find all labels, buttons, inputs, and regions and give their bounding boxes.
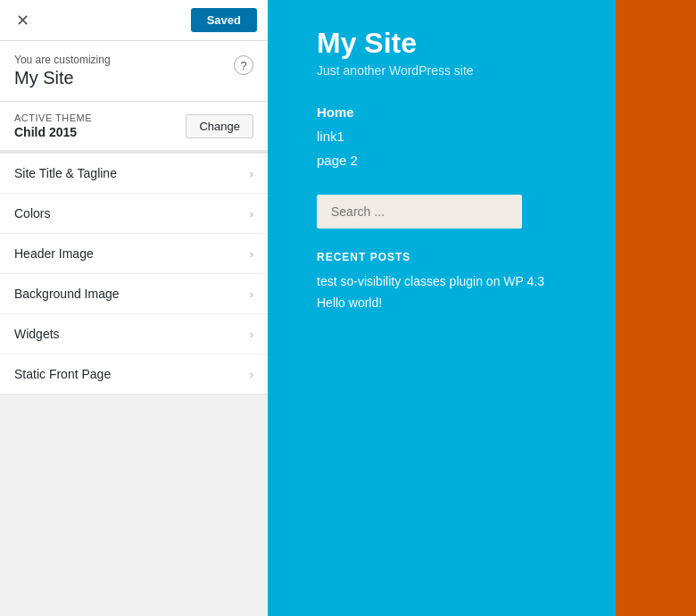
nav-item-page-2[interactable]: page 2 bbox=[317, 153, 660, 168]
menu-item-static-front-page[interactable]: Static Front Page› bbox=[0, 354, 268, 394]
customizer-menu: Site Title & Tagline›Colors›Header Image… bbox=[0, 154, 268, 395]
customizing-label: You are customizing bbox=[14, 54, 111, 66]
menu-item-widgets[interactable]: Widgets› bbox=[0, 314, 268, 354]
menu-item-header-image[interactable]: Header Image› bbox=[0, 234, 268, 274]
search-input[interactable] bbox=[317, 195, 522, 229]
menu-item-site-title-&-tagline[interactable]: Site Title & Tagline› bbox=[0, 154, 268, 194]
chevron-icon: › bbox=[250, 207, 253, 221]
menu-item-colors[interactable]: Colors› bbox=[0, 194, 268, 234]
chevron-icon: › bbox=[250, 247, 253, 261]
preview-content: My Site Just another WordPress site Home… bbox=[268, 0, 696, 335]
chevron-icon: › bbox=[250, 328, 253, 341]
chevron-icon: › bbox=[250, 287, 253, 301]
posts-list: test so-visibility classes plugin on WP … bbox=[317, 274, 660, 310]
nav-item-link1[interactable]: link1 bbox=[317, 129, 660, 144]
search-box-wrapper bbox=[317, 195, 660, 229]
post-link[interactable]: test so-visibility classes plugin on WP … bbox=[317, 274, 660, 288]
change-theme-button[interactable]: Change bbox=[186, 114, 253, 138]
site-name: My Site bbox=[14, 68, 111, 88]
preview-site-title: My Site bbox=[317, 27, 660, 60]
help-button[interactable]: ? bbox=[234, 55, 253, 75]
close-button[interactable]: ✕ bbox=[11, 9, 35, 32]
left-panel: ✕ Saved You are customizing My Site ? Ac… bbox=[0, 0, 268, 616]
customizing-section: You are customizing My Site ? bbox=[0, 41, 268, 102]
chevron-icon: › bbox=[250, 368, 253, 381]
preview-panel: My Site Just another WordPress site Home… bbox=[268, 0, 696, 616]
saved-button[interactable]: Saved bbox=[191, 8, 257, 32]
recent-posts-title: RECENT POSTS bbox=[317, 251, 660, 263]
preview-tagline: Just another WordPress site bbox=[317, 63, 660, 78]
post-link[interactable]: Hello world! bbox=[317, 296, 660, 310]
menu-item-background-image[interactable]: Background Image› bbox=[0, 274, 268, 314]
active-theme-label: Active theme bbox=[14, 112, 92, 123]
preview-nav: Homelink1page 2 bbox=[317, 104, 660, 168]
recent-posts-section: RECENT POSTS test so-visibility classes … bbox=[317, 251, 660, 310]
theme-name: Child 2015 bbox=[14, 125, 92, 139]
nav-item-home[interactable]: Home bbox=[317, 104, 660, 120]
chevron-icon: › bbox=[250, 167, 253, 180]
active-theme-section: Active theme Child 2015 Change bbox=[0, 102, 268, 154]
top-bar: ✕ Saved bbox=[0, 0, 268, 41]
